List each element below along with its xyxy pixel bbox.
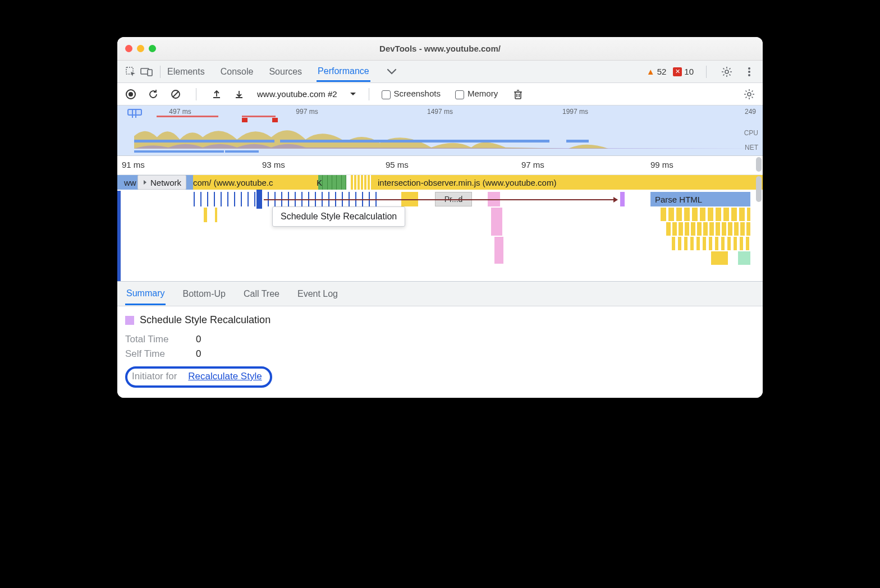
clear-button[interactable] xyxy=(168,86,184,102)
chevron-down-icon xyxy=(350,92,356,97)
flame-row-5 xyxy=(672,237,750,250)
flame-k-label: K xyxy=(317,178,322,187)
tab-elements[interactable]: Elements xyxy=(166,62,206,81)
tab-console[interactable]: Console xyxy=(219,62,255,81)
flame-row-main: Pr...d Parse HTML xyxy=(121,192,763,206)
tab-bottom-up[interactable]: Bottom-Up xyxy=(181,283,226,305)
initiator-row-highlighted: Initiator for Recalculate Style xyxy=(125,366,272,388)
initiator-arrow xyxy=(264,199,617,200)
kebab-menu-icon[interactable] xyxy=(741,64,757,80)
flame-gap xyxy=(346,175,351,190)
initiator-link[interactable]: Recalculate Style xyxy=(188,371,262,382)
ruler-t0: 91 ms xyxy=(122,160,145,169)
device-toggle-icon[interactable] xyxy=(139,64,154,80)
tab-sources[interactable]: Sources xyxy=(268,62,303,81)
divider xyxy=(706,66,707,78)
flame-yellow-bits xyxy=(351,175,373,190)
total-time-row: Total Time 0 xyxy=(125,334,755,345)
flame-row-4 xyxy=(666,222,750,236)
overview-tick-1: 997 ms xyxy=(296,108,318,116)
svg-point-4 xyxy=(748,67,750,70)
memory-checkbox[interactable]: Memory xyxy=(455,89,498,99)
cpu-wave xyxy=(134,120,763,149)
svg-rect-9 xyxy=(515,92,521,99)
record-button[interactable] xyxy=(123,86,139,102)
divider xyxy=(160,66,161,78)
recording-select-label: www.youtube.com #2 xyxy=(257,89,337,99)
divider xyxy=(369,88,369,100)
settings-gear-icon[interactable] xyxy=(719,64,735,80)
tab-call-tree[interactable]: Call Tree xyxy=(242,283,281,305)
overview-tick-3: 1997 ms xyxy=(562,108,588,116)
flame-chart[interactable]: ww Network com/ (www.youtube.c K interse… xyxy=(117,175,763,282)
flame-scrollbar[interactable] xyxy=(756,176,762,202)
flame-pink-below xyxy=(494,237,503,264)
flame-rows: Pr...d Parse HTML xyxy=(117,191,763,281)
self-time-row: Self Time 0 xyxy=(125,348,755,360)
flame-after-blue-label: com/ (www.youtube.c xyxy=(193,178,273,187)
tabs-right-controls: ▲ 52 ✕ 10 xyxy=(647,64,757,80)
more-tabs-icon[interactable] xyxy=(384,64,400,80)
flame-tooltip: Schedule Style Recalculation xyxy=(272,206,405,227)
window-title: DevTools - www.youtube.com/ xyxy=(117,44,763,53)
self-time-label: Self Time xyxy=(125,348,181,360)
panel-tabs: Elements Console Sources Performance xyxy=(166,62,400,82)
details-tabs: Summary Bottom-Up Call Tree Event Log xyxy=(117,282,763,306)
total-time-value: 0 xyxy=(196,334,201,345)
svg-point-5 xyxy=(748,71,750,73)
selected-event-marker[interactable] xyxy=(258,191,261,208)
svg-rect-2 xyxy=(148,70,152,76)
inspect-icon[interactable] xyxy=(123,64,139,80)
event-color-swatch xyxy=(125,316,134,325)
ruler-t3: 97 ms xyxy=(521,160,544,169)
overview-tick-2: 1497 ms xyxy=(427,108,453,116)
flame-yellow-group xyxy=(661,208,750,221)
upload-profile-icon[interactable] xyxy=(209,86,224,102)
summary-title-row: Schedule Style Recalculation xyxy=(125,314,755,326)
svg-point-3 xyxy=(725,70,728,74)
tab-summary[interactable]: Summary xyxy=(125,283,166,305)
capture-settings-gear-icon[interactable] xyxy=(741,86,757,102)
flame-ruler[interactable]: 91 ms 93 ms 95 ms 97 ms 99 ms xyxy=(117,156,763,175)
svg-point-6 xyxy=(748,74,750,76)
chevron-right-icon xyxy=(143,180,148,185)
warnings-count: 52 xyxy=(657,67,667,76)
network-track-toggle[interactable]: Network xyxy=(138,175,186,190)
network-track-label: Network xyxy=(150,178,181,187)
errors-count: 10 xyxy=(684,67,694,76)
flame-left-label: ww xyxy=(124,178,136,187)
tab-event-log[interactable]: Event Log xyxy=(296,283,339,305)
scrollbar-vertical[interactable] xyxy=(756,157,762,172)
recording-select[interactable]: www.youtube.com #2 xyxy=(257,89,356,99)
reload-record-button[interactable] xyxy=(145,86,161,102)
initiator-label: Initiator for xyxy=(132,371,177,382)
collect-garbage-icon[interactable] xyxy=(510,86,526,102)
tab-performance[interactable]: Performance xyxy=(317,62,370,82)
overview-timeline[interactable]: 497 ms 997 ms 1497 ms 1997 ms 249 CPU NE… xyxy=(117,105,763,156)
flame-parse-html-block[interactable]: Parse HTML xyxy=(650,192,750,206)
overview-activity xyxy=(134,120,763,148)
performance-toolbar: www.youtube.com #2 Screenshots Memory xyxy=(117,83,763,105)
devtools-window: DevTools - www.youtube.com/ Elements Con… xyxy=(117,37,763,398)
flame-green-segments xyxy=(318,175,346,190)
perf-toolbar-right xyxy=(741,86,757,102)
svg-point-10 xyxy=(748,93,751,96)
download-profile-icon[interactable] xyxy=(231,86,247,102)
summary-panel: Schedule Style Recalculation Total Time … xyxy=(117,306,763,398)
memory-label: Memory xyxy=(467,89,498,98)
overview-selection-handle[interactable] xyxy=(127,109,142,116)
summary-event-name: Schedule Style Recalculation xyxy=(140,314,271,326)
total-time-label: Total Time xyxy=(125,334,181,345)
error-icon: ✕ xyxy=(673,67,682,76)
ruler-t1: 93 ms xyxy=(262,160,285,169)
flame-purple-end xyxy=(620,192,625,206)
errors-badge[interactable]: ✕ 10 xyxy=(673,67,694,76)
main-tabs-row: Elements Console Sources Performance ▲ 5… xyxy=(117,61,763,83)
warnings-badge[interactable]: ▲ 52 xyxy=(647,67,667,76)
titlebar: DevTools - www.youtube.com/ xyxy=(117,37,763,61)
screenshots-label: Screenshots xyxy=(394,89,441,98)
svg-line-8 xyxy=(173,91,178,97)
warning-icon: ▲ xyxy=(647,67,655,76)
divider xyxy=(196,88,196,100)
screenshots-checkbox[interactable]: Screenshots xyxy=(382,89,441,99)
